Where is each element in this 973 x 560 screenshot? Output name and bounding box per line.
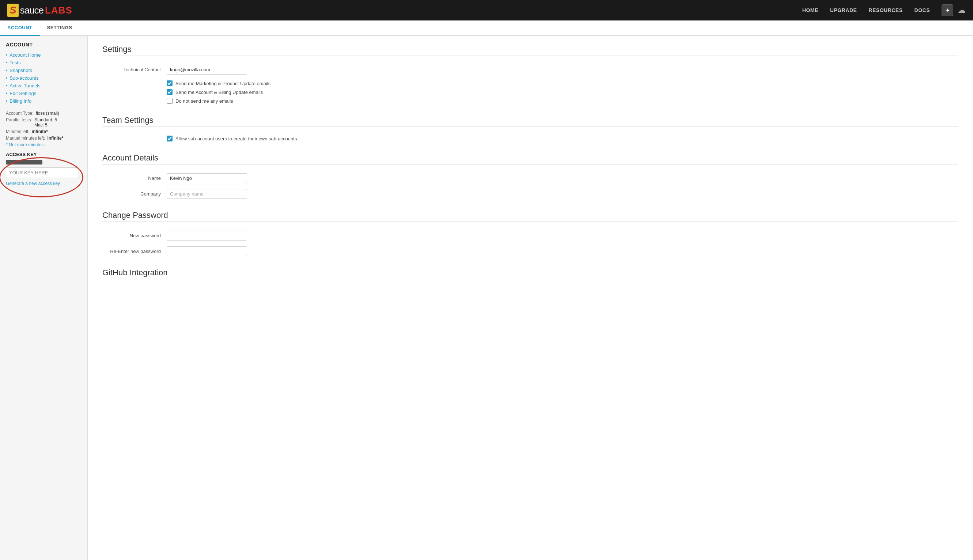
- team-settings-section: Team Settings Allow sub-account users to…: [102, 115, 958, 142]
- logo-labs-text: LABS: [45, 5, 72, 16]
- settings-section: Settings Technical Contact Send me Marke…: [102, 45, 958, 104]
- allow-sub-label: Allow sub-account users to create their …: [175, 136, 298, 142]
- team-settings-divider: [102, 127, 958, 127]
- billing-emails-checkbox[interactable]: [167, 89, 173, 95]
- sub-nav: ACCOUNT SETTINGS: [0, 20, 973, 36]
- sidebar-link-sub-accounts[interactable]: Sub-accounts: [10, 75, 39, 81]
- main-nav: HOME UPGRADE RESOURCES DOCS ✦ ☁: [802, 4, 966, 16]
- name-label: Name: [102, 173, 161, 181]
- nav-home[interactable]: HOME: [802, 7, 818, 13]
- access-key-input[interactable]: [6, 167, 79, 178]
- settings-divider: [102, 55, 958, 56]
- tab-settings[interactable]: SETTINGS: [40, 20, 80, 36]
- marketing-checkbox-row[interactable]: Send me Marketing & Product Update email…: [167, 80, 270, 86]
- sidebar-link-billing-info[interactable]: Billing Info: [10, 98, 32, 104]
- name-row: Name: [102, 173, 958, 183]
- parallel-tests-row: Parallel tests: Standard: 5Mac: 5: [6, 117, 82, 128]
- main-content: Settings Technical Contact Send me Marke…: [88, 36, 973, 560]
- minutes-left-value: infinite*: [32, 129, 48, 134]
- billing-emails-label: Send me Account & Billing Update emails: [175, 90, 263, 95]
- account-type-row: Account Type: floss (small): [6, 111, 82, 116]
- sidebar-item-billing-info[interactable]: Billing Info: [6, 97, 82, 105]
- sidebar-item-edit-settings[interactable]: Edit Settings: [6, 90, 82, 97]
- company-input[interactable]: [167, 189, 247, 199]
- access-key-bar: [6, 160, 42, 165]
- account-type-value: floss (small): [36, 111, 59, 116]
- nav-docs[interactable]: DOCS: [915, 7, 930, 13]
- access-key-title: ACCESS KEY: [6, 152, 82, 157]
- allow-sub-checkbox-row[interactable]: Allow sub-account users to create their …: [167, 136, 298, 142]
- allow-sub-checkbox[interactable]: [167, 136, 173, 142]
- sidebar-item-tests[interactable]: Tests: [6, 59, 82, 67]
- tab-account[interactable]: ACCOUNT: [0, 20, 40, 36]
- account-details-title: Account Details: [102, 153, 958, 163]
- generate-access-key-link[interactable]: Generate a new access key: [6, 181, 82, 186]
- email-checkboxes-row: Send me Marketing & Product Update email…: [102, 80, 958, 104]
- minutes-left-label: Minutes left:: [6, 129, 30, 134]
- github-integration-title: GitHub Integration: [102, 268, 958, 277]
- sidebar-link-active-tunnels[interactable]: Active Tunnels: [10, 83, 40, 88]
- parallel-tests-value: Standard: 5Mac: 5: [34, 117, 57, 128]
- team-settings-row: Allow sub-account users to create their …: [102, 136, 958, 142]
- marketing-checkbox[interactable]: [167, 80, 173, 86]
- team-settings-label-spacer: [102, 136, 161, 138]
- technical-contact-label: Technical Contact: [102, 65, 161, 72]
- sidebar: ACCOUNT Account Home Tests Snapshots Sub…: [0, 36, 88, 560]
- re-enter-password-input[interactable]: [167, 247, 247, 256]
- technical-contact-input[interactable]: [167, 65, 247, 75]
- sidebar-item-sub-accounts[interactable]: Sub-accounts: [6, 74, 82, 82]
- cursor-icon-button[interactable]: ✦: [941, 4, 953, 16]
- account-type-label: Account Type:: [6, 111, 33, 116]
- sidebar-link-edit-settings[interactable]: Edit Settings: [10, 91, 36, 96]
- sidebar-link-tests[interactable]: Tests: [10, 60, 20, 65]
- header-icons: ✦ ☁: [941, 4, 966, 16]
- no-emails-checkbox-row[interactable]: Do not send me any emails: [167, 98, 270, 104]
- sidebar-nav: Account Home Tests Snapshots Sub-account…: [6, 51, 82, 105]
- main-layout: ACCOUNT Account Home Tests Snapshots Sub…: [0, 36, 973, 560]
- sidebar-link-account-home[interactable]: Account Home: [10, 52, 40, 58]
- technical-contact-row: Technical Contact: [102, 65, 958, 75]
- parallel-tests-label: Parallel tests:: [6, 117, 32, 128]
- manual-minutes-row: Manual minutes left: infinite*: [6, 136, 82, 141]
- header: S sauce LABS HOME UPGRADE RESOURCES DOCS…: [0, 0, 973, 20]
- billing-emails-checkbox-row[interactable]: Send me Account & Billing Update emails: [167, 89, 270, 95]
- change-password-title: Change Password: [102, 210, 958, 220]
- minutes-left-row: Minutes left: infinite*: [6, 129, 82, 134]
- sidebar-info: Account Type: floss (small) Parallel tes…: [6, 111, 82, 147]
- manual-minutes-value: infinite*: [47, 136, 63, 141]
- email-checkbox-group: Send me Marketing & Product Update email…: [167, 80, 270, 104]
- cloud-icon[interactable]: ☁: [958, 5, 966, 15]
- team-settings-checkbox-group: Allow sub-account users to create their …: [167, 136, 298, 142]
- name-input[interactable]: [167, 173, 247, 183]
- access-key-section: ACCESS KEY Generate a new access key: [6, 152, 82, 186]
- marketing-label: Send me Marketing & Product Update email…: [175, 81, 270, 86]
- no-emails-label: Do not send me any emails: [175, 98, 233, 104]
- sidebar-item-account-home[interactable]: Account Home: [6, 51, 82, 59]
- account-details-section: Account Details Name Company: [102, 153, 958, 199]
- new-password-row: New password: [102, 231, 958, 240]
- email-checkboxes-label: [102, 80, 161, 83]
- no-emails-checkbox[interactable]: [167, 98, 173, 104]
- re-enter-password-row: Re-Enter new password: [102, 247, 958, 256]
- get-more-minutes-link[interactable]: * Get more minutes.: [6, 142, 45, 147]
- sidebar-item-active-tunnels[interactable]: Active Tunnels: [6, 82, 82, 90]
- github-integration-section: GitHub Integration: [102, 268, 958, 277]
- sidebar-link-snapshots[interactable]: Snapshots: [10, 68, 32, 73]
- manual-minutes-label: Manual minutes left:: [6, 136, 45, 141]
- change-password-divider: [102, 222, 958, 222]
- sidebar-item-snapshots[interactable]: Snapshots: [6, 67, 82, 74]
- new-password-label: New password: [102, 231, 161, 238]
- change-password-section: Change Password New password Re-Enter ne…: [102, 210, 958, 256]
- logo-s-icon: S: [7, 4, 18, 17]
- account-details-divider: [102, 164, 958, 165]
- company-row: Company: [102, 189, 958, 199]
- nav-resources[interactable]: RESOURCES: [868, 7, 903, 13]
- access-key-wrapper: [6, 167, 79, 178]
- logo[interactable]: S sauce LABS: [7, 4, 72, 17]
- re-enter-password-label: Re-Enter new password: [102, 247, 161, 254]
- new-password-input[interactable]: [167, 231, 247, 240]
- team-settings-title: Team Settings: [102, 115, 958, 125]
- nav-upgrade[interactable]: UPGRADE: [830, 7, 857, 13]
- logo-sauce-text: sauce: [20, 5, 43, 16]
- company-label: Company: [102, 189, 161, 197]
